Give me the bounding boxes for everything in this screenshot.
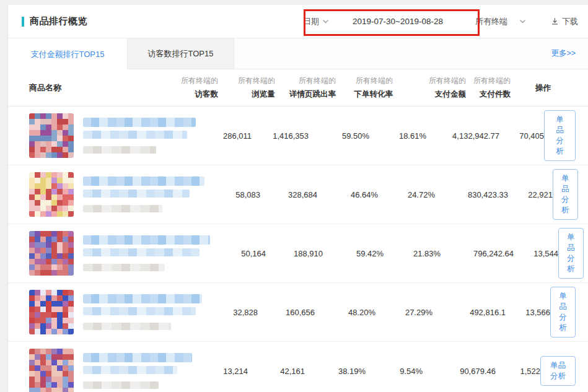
metric-value-pageviews: 328,684 (260, 190, 317, 199)
metric-value-order-conversion-rate: 27.29% (375, 308, 432, 317)
metric-value-payment-amount: 4,132,942.77 (426, 131, 499, 141)
product-name-redacted (83, 118, 196, 154)
single-item-analysis-button[interactable]: 单品分析 (544, 110, 576, 161)
metric-value-payment-amount: 796,242.64 (441, 249, 514, 258)
action-header: 操作 (535, 84, 551, 92)
redacted-subtext-line (83, 146, 156, 154)
action-cell: 单品分析 (540, 356, 576, 386)
action-cell: 单品分析 (553, 169, 578, 220)
metric-value-payment-items: 22,921 (508, 190, 553, 199)
panel-header: 商品排行概览 日期 2019-07-30~2019-08-28 所有终端 下 (8, 5, 588, 38)
metric-value-detail-bounce-rate: 59.42% (323, 249, 384, 258)
row-metrics: 13,21442,16138.19%9.54%90,679.461,522 (192, 367, 540, 376)
product-image[interactable] (29, 349, 74, 392)
tab-label: 访客数排行TOP15 (148, 48, 214, 59)
product-image[interactable] (29, 113, 74, 158)
date-dropdown[interactable]: 日期 (303, 16, 329, 27)
single-item-analysis-button[interactable]: 单品分析 (550, 287, 576, 338)
metric-value-detail-bounce-rate: 46.64% (317, 190, 378, 199)
redacted-text-line (83, 235, 210, 245)
metric-value-visitors: 50,164 (210, 249, 266, 258)
chevron-down-icon (519, 19, 526, 24)
metric-value-payment-items: 70,405 (499, 131, 544, 141)
terminal-dropdown[interactable]: 所有终端 (475, 16, 526, 27)
col-header-visitors: 所有终端的访客数 (162, 76, 218, 100)
redacted-text-line (83, 189, 190, 198)
metric-value-detail-bounce-rate: 59.50% (309, 131, 369, 141)
col-header-payment-items: 所有终端的支付件数 (466, 76, 511, 100)
col-header-payment-amount: 所有终端的支付金额 (393, 76, 466, 100)
redacted-text-line (83, 176, 204, 186)
metric-value-order-conversion-rate: 18.61% (369, 131, 426, 141)
col-header-name: 支付件数 (480, 89, 511, 100)
product-image[interactable] (29, 231, 74, 276)
col-header-order-conversion-rate: 所有终端的下单转化率 (336, 76, 393, 100)
title-accent-bar (22, 17, 24, 27)
col-header-name: 下单转化率 (354, 89, 393, 100)
col-header-prefix: 所有终端的 (181, 76, 218, 86)
redacted-subtext-line (83, 323, 171, 330)
download-icon (551, 17, 559, 25)
panel-title-group: 商品排行概览 (22, 15, 87, 27)
action-cell: 单品分析 (558, 228, 584, 279)
product-link[interactable] (29, 172, 204, 217)
redacted-subtext-line (83, 381, 159, 389)
redacted-text-line (83, 294, 202, 303)
metric-value-order-conversion-rate: 24.72% (378, 190, 435, 199)
product-link[interactable] (29, 231, 210, 276)
product-link[interactable] (29, 349, 192, 392)
redacted-text-line (83, 131, 187, 139)
metric-value-payment-amount: 90,679.46 (423, 367, 496, 376)
product-name-header: 商品名称 (29, 83, 61, 92)
product-link[interactable] (29, 113, 196, 158)
date-range-value[interactable]: 2019-07-30~2019-08-28 (353, 17, 443, 26)
metric-value-pageviews: 188,910 (266, 249, 323, 258)
metric-value-payment-amount: 830,423.33 (435, 190, 508, 199)
col-header-prefix: 所有终端的 (299, 76, 336, 86)
tab-payment-ranking[interactable]: 支付金额排行TOP15 (8, 38, 127, 70)
metric-headers: 所有终端的访客数所有终端的浏览量所有终端的详情页跳出率所有终端的下单转化率所有终… (162, 76, 511, 100)
page-title: 商品排行概览 (30, 15, 87, 27)
metric-value-pageviews: 42,161 (248, 367, 305, 376)
product-name-redacted (83, 294, 202, 330)
tab-label: 支付金额排行TOP15 (31, 49, 105, 60)
redacted-subtext-line (83, 264, 165, 271)
col-header-name: 浏览量 (252, 89, 276, 100)
single-item-analysis-button[interactable]: 单品分析 (540, 356, 576, 386)
metric-value-order-conversion-rate: 9.54% (366, 367, 423, 376)
more-link[interactable]: 更多>> (551, 48, 576, 59)
table-row: 13,21442,16138.19%9.54%90,679.461,522 单品… (8, 342, 588, 392)
metric-value-payment-items: 13,544 (514, 249, 558, 258)
col-header-name: 访客数 (195, 89, 219, 100)
download-label: 下载 (562, 16, 578, 27)
metric-value-payment-amount: 492,816.1 (432, 308, 506, 317)
row-metrics: 286,0111,416,35359.50%18.61%4,132,942.77… (196, 131, 544, 141)
product-name-redacted (83, 235, 210, 271)
download-button[interactable]: 下载 (551, 16, 578, 27)
metric-value-payment-items: 1,522 (496, 367, 540, 376)
metric-value-pageviews: 1,416,353 (252, 131, 309, 141)
table-body: 286,0111,416,35359.50%18.61%4,132,942.77… (8, 107, 588, 392)
single-item-analysis-button[interactable]: 单品分析 (553, 169, 578, 220)
col-header-prefix: 所有终端的 (356, 76, 393, 86)
product-image[interactable] (29, 290, 74, 334)
metric-value-pageviews: 160,656 (258, 308, 315, 317)
metric-value-order-conversion-rate: 21.83% (384, 249, 441, 258)
product-link[interactable] (29, 290, 202, 334)
metric-value-visitors: 13,214 (192, 367, 248, 376)
product-name-header-col: 商品名称 (29, 82, 162, 94)
redacted-subtext-line (83, 205, 162, 212)
metric-value-detail-bounce-rate: 38.19% (305, 367, 366, 376)
tab-visitor-ranking[interactable]: 访客数排行TOP15 (127, 38, 234, 69)
col-header-name: 支付金额 (435, 89, 466, 100)
table-row: 50,164188,91059.42%21.83%796,242.6413,54… (8, 224, 588, 283)
col-header-name: 详情页跳出率 (289, 89, 336, 100)
table-row: 58,083328,68446.64%24.72%830,423.3322,92… (8, 165, 588, 224)
row-metrics: 58,083328,68446.64%24.72%830,423.3322,92… (204, 190, 553, 199)
product-image[interactable] (29, 172, 74, 217)
action-cell: 单品分析 (550, 287, 576, 338)
action-cell: 单品分析 (544, 110, 576, 161)
table-row: 286,0111,416,35359.50%18.61%4,132,942.77… (8, 107, 588, 165)
single-item-analysis-button[interactable]: 单品分析 (558, 228, 584, 279)
redacted-text-line (83, 366, 177, 374)
